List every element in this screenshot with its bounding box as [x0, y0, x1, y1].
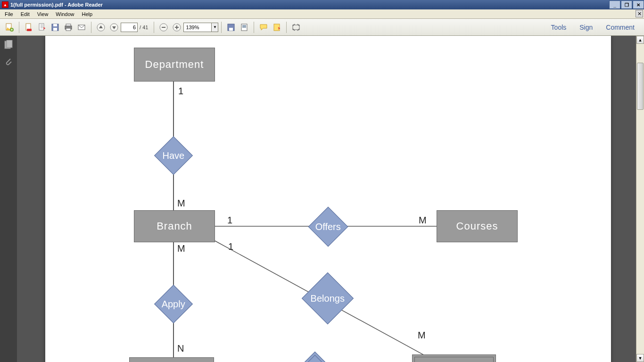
menu-view[interactable]: View [33, 10, 52, 18]
card-branch-apply: M [177, 243, 185, 254]
email-icon[interactable] [76, 22, 87, 33]
sign-link[interactable]: Sign [573, 24, 599, 31]
highlight-icon[interactable] [271, 22, 282, 33]
nav-sidebar [0, 36, 17, 362]
menu-edit[interactable]: Edit [17, 10, 33, 18]
read-mode-icon[interactable] [290, 22, 302, 33]
svg-rect-10 [66, 28, 71, 31]
entity-department: Department [134, 48, 215, 82]
scroll-track[interactable] [636, 44, 644, 354]
toolbar: / 41 ▼ Tools Sign Comment [0, 19, 644, 36]
zoom-dropdown-icon[interactable]: ▼ [212, 23, 218, 32]
comment-icon[interactable] [258, 22, 269, 33]
snapshot-icon[interactable] [239, 22, 250, 33]
content-area: Department Branch Courses Applicant Stud… [0, 36, 644, 362]
vertical-scrollbar[interactable]: ▲ ▼ [636, 36, 644, 362]
comment-link[interactable]: Comment [599, 24, 641, 31]
print-icon[interactable] [63, 22, 74, 33]
entity-applicant: Applicant [129, 357, 214, 362]
minimize-button[interactable]: _ [609, 0, 620, 9]
svg-rect-7 [53, 28, 57, 31]
menu-window[interactable]: Window [52, 10, 78, 18]
entity-courses: Courses [437, 210, 518, 242]
create-pdf-icon[interactable] [23, 22, 34, 33]
page-total-label: / 41 [140, 25, 148, 30]
svg-rect-6 [53, 24, 57, 26]
entity-student: Student [412, 354, 496, 362]
window-title: 1(full permission).pdf - Adobe Reader [10, 2, 103, 8]
page-number-input[interactable] [121, 23, 138, 32]
svg-rect-4 [39, 24, 44, 30]
card-offers-courses: M [419, 215, 427, 226]
menu-bar: File Edit View Window Help ✕ [0, 9, 644, 19]
save-icon[interactable] [50, 22, 61, 33]
card-apply-applicant: N [177, 343, 184, 354]
page-up-icon[interactable] [95, 22, 107, 33]
menu-file[interactable]: File [1, 10, 17, 18]
card-have-branch: M [177, 198, 185, 209]
pdf-icon: ▲ [2, 1, 8, 8]
close-document-button[interactable]: ✕ [636, 10, 643, 17]
card-belongs-student: M [418, 330, 426, 341]
menu-help[interactable]: Help [78, 10, 96, 18]
page-down-icon[interactable] [108, 22, 120, 33]
thumbnails-icon[interactable] [3, 40, 14, 50]
scroll-thumb[interactable] [637, 63, 644, 110]
save-copy-icon[interactable] [225, 22, 237, 33]
card-dep-have: 1 [178, 86, 183, 97]
pdf-page: Department Branch Courses Applicant Stud… [45, 36, 611, 362]
card-branch-belongs: 1 [228, 241, 233, 252]
zoom-input[interactable] [183, 23, 212, 32]
export-pdf-icon[interactable] [4, 22, 15, 33]
scroll-up-icon[interactable]: ▲ [636, 36, 644, 44]
entity-branch: Branch [134, 210, 215, 242]
window-controls: _ ❐ ✕ [609, 0, 644, 9]
svg-rect-21 [293, 25, 299, 30]
svg-rect-23 [7, 40, 12, 48]
title-bar: ▲ 1(full permission).pdf - Adobe Reader … [0, 0, 644, 9]
attachments-icon[interactable] [3, 57, 14, 67]
scroll-down-icon[interactable]: ▼ [636, 354, 644, 362]
restore-button[interactable]: ❐ [621, 0, 632, 9]
open-icon[interactable] [36, 22, 48, 33]
svg-rect-3 [27, 29, 32, 31]
close-button[interactable]: ✕ [633, 0, 644, 9]
zoom-in-icon[interactable] [171, 22, 182, 33]
svg-rect-17 [229, 28, 233, 31]
card-branch-offers: 1 [227, 215, 232, 226]
document-viewport[interactable]: Department Branch Courses Applicant Stud… [17, 36, 644, 362]
zoom-out-icon[interactable] [158, 22, 169, 33]
svg-rect-19 [242, 25, 246, 28]
tools-link[interactable]: Tools [545, 24, 573, 31]
